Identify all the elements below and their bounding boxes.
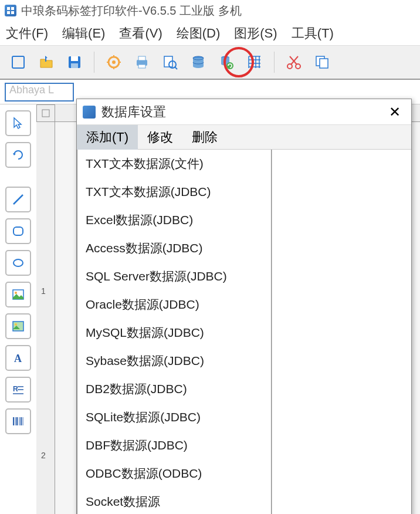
svg-line-19 <box>175 67 177 69</box>
menu-draw[interactable]: 绘图(D) <box>177 25 221 42</box>
menu-edit[interactable]: 编辑(E) <box>62 25 105 42</box>
line-tool[interactable] <box>5 187 31 212</box>
datasource-option[interactable]: Oracle数据源(JDBC) <box>77 290 271 319</box>
svg-rect-43 <box>13 322 23 331</box>
close-button[interactable]: ✕ <box>384 104 405 120</box>
separator <box>94 52 94 73</box>
database-refresh-button[interactable] <box>215 51 238 73</box>
svg-text:R: R <box>13 385 18 393</box>
svg-point-44 <box>15 323 17 326</box>
svg-rect-1 <box>11 7 14 10</box>
svg-rect-4 <box>12 56 24 68</box>
print-button[interactable] <box>131 51 153 73</box>
dialog-icon <box>83 106 96 119</box>
svg-rect-6 <box>71 56 78 61</box>
datasource-option[interactable]: Access数据源(JDBC) <box>77 234 271 262</box>
save-button[interactable] <box>63 51 86 73</box>
svg-point-42 <box>15 292 17 294</box>
svg-point-40 <box>13 259 23 266</box>
rounded-rect-tool[interactable] <box>5 218 31 244</box>
menu-bar: 文件(F) 编辑(E) 查看(V) 绘图(D) 图形(S) 工具(T) <box>0 21 420 46</box>
ellipse-tool[interactable] <box>5 250 31 276</box>
svg-rect-39 <box>13 227 23 235</box>
menu-shape[interactable]: 图形(S) <box>234 25 277 42</box>
title-bar: 中琅条码标签打印软件-V6.5.5 工业版 多机 <box>0 0 420 21</box>
svg-rect-16 <box>138 65 145 68</box>
svg-rect-2 <box>7 11 10 14</box>
menu-file[interactable]: 文件(F) <box>6 25 48 42</box>
preview-button[interactable] <box>159 51 181 73</box>
dialog-menu: 添加(T) 修改 删除 <box>77 125 411 150</box>
ruler-mark: 1 <box>41 286 46 296</box>
menu-view[interactable]: 查看(V) <box>119 25 162 42</box>
datasource-option[interactable]: DB2数据源(JDBC) <box>77 375 271 403</box>
dialog-menu-modify[interactable]: 修改 <box>138 125 182 150</box>
barcode-tool[interactable] <box>5 408 31 434</box>
datasource-dropdown: TXT文本数据源(文件) TXT文本数据源(JDBC) Excel数据源(JDB… <box>77 150 272 514</box>
svg-rect-37 <box>320 59 328 68</box>
svg-text:A: A <box>14 353 22 364</box>
richtext-tool[interactable]: R <box>5 377 31 403</box>
ruler-mark: 2 <box>41 451 46 460</box>
svg-rect-7 <box>71 63 78 68</box>
dialog-menu-delete[interactable]: 删除 <box>182 125 227 150</box>
dialog-body: TXT文本数据源(文件) TXT文本数据源(JDBC) Excel数据源(JDB… <box>77 150 411 514</box>
svg-line-38 <box>13 195 23 204</box>
datasource-option[interactable]: Socket数据源 <box>77 488 271 514</box>
datasource-option[interactable]: Excel数据源(JDBC) <box>77 206 271 234</box>
separator <box>274 52 275 73</box>
copy-button[interactable] <box>311 51 333 73</box>
datasource-option[interactable]: Sybase数据源(JDBC) <box>77 347 271 375</box>
open-file-button[interactable] <box>35 51 57 73</box>
svg-rect-15 <box>138 56 145 60</box>
svg-rect-0 <box>7 7 10 10</box>
database-settings-dialog: 数据库设置 ✕ 添加(T) 修改 删除 TXT文本数据源(文件) TXT文本数据… <box>76 99 412 514</box>
main-toolbar <box>0 46 420 80</box>
menu-tool[interactable]: 工具(T) <box>292 25 334 42</box>
picture-tool[interactable] <box>5 313 31 339</box>
settings-button[interactable] <box>103 51 125 73</box>
svg-rect-3 <box>11 11 14 14</box>
svg-rect-56 <box>42 110 49 117</box>
app-icon <box>5 5 16 16</box>
svg-point-9 <box>112 60 116 64</box>
datasource-option[interactable]: MySQL数据源(JDBC) <box>77 319 271 347</box>
dialog-right-panel <box>272 150 411 514</box>
grid-button[interactable] <box>243 51 266 73</box>
datasource-option[interactable]: TXT文本数据源(文件) <box>77 150 271 178</box>
datasource-option[interactable]: SQL Server数据源(JDBC) <box>77 262 271 290</box>
ruler-vertical: 1 2 <box>36 122 55 514</box>
svg-line-34 <box>291 56 298 65</box>
datasource-option[interactable]: ODBC数据源(ODBC) <box>77 459 271 488</box>
dialog-titlebar[interactable]: 数据库设置 ✕ <box>77 99 411 125</box>
svg-point-23 <box>226 62 233 69</box>
left-toolbar: A R <box>0 104 36 514</box>
dialog-menu-add[interactable]: 添加(T) <box>77 125 138 150</box>
rotate-tool[interactable] <box>5 142 31 168</box>
app-title: 中琅条码标签打印软件-V6.5.5 工业版 多机 <box>21 3 242 19</box>
datasource-option[interactable]: TXT文本数据源(JDBC) <box>77 178 271 206</box>
cut-button[interactable] <box>283 51 305 73</box>
ruler-corner <box>36 104 55 122</box>
new-file-button[interactable] <box>7 51 29 73</box>
font-select[interactable]: Abhaya L <box>5 83 74 102</box>
image-tool[interactable] <box>5 282 31 307</box>
svg-line-35 <box>290 56 297 65</box>
database-button[interactable] <box>187 51 209 73</box>
datasource-option[interactable]: SQLite数据源(JDBC) <box>77 403 271 431</box>
text-tool[interactable]: A <box>5 345 31 371</box>
datasource-option[interactable]: DBF数据源(JDBC) <box>77 431 271 459</box>
pointer-tool[interactable] <box>5 110 31 136</box>
dialog-title: 数据库设置 <box>101 103 384 121</box>
